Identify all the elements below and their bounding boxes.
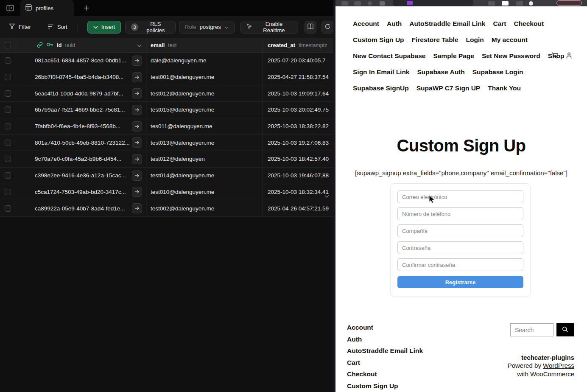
search-button[interactable] (556, 323, 574, 336)
nav-link[interactable]: New Contact Supabase (353, 52, 425, 60)
table-empty-area (0, 217, 333, 392)
nav-link[interactable]: Auth (387, 20, 402, 28)
row-checkbox[interactable] (5, 90, 11, 97)
insert-button[interactable]: Insert (87, 21, 121, 34)
bookmark-star-icon[interactable] (380, 1, 385, 6)
expand-row-button[interactable] (132, 154, 142, 164)
nav-link[interactable]: Sample Page (433, 52, 474, 60)
footer-link[interactable]: Custom Sign Up (347, 380, 423, 392)
enable-realtime-button[interactable]: Enable Realtime (240, 21, 299, 34)
table-row: c398e2ee-9416-4e36-a12a-15cac... test014… (0, 168, 333, 184)
table-row: c5ca1724-7503-49ab-bd20-3417c... test010… (0, 184, 333, 201)
table-row: 26bb7f0f-8745-4ba5-b4da-b3408... test001… (0, 69, 333, 86)
expand-row-button[interactable] (132, 137, 142, 148)
reload-icon[interactable] (368, 1, 372, 6)
back-icon[interactable] (341, 1, 348, 6)
nav-link[interactable]: Sign In Email Link (353, 68, 410, 76)
expand-row-button[interactable] (132, 72, 142, 82)
address-bar[interactable] (393, 0, 473, 6)
nav-link[interactable]: Checkout (514, 20, 544, 28)
footer-link[interactable]: Auth (347, 333, 423, 345)
nav-link[interactable]: Thank You (488, 84, 521, 92)
sort-icon (48, 24, 54, 31)
expand-row-button[interactable] (132, 105, 142, 115)
row-checkbox[interactable] (5, 106, 11, 113)
column-header-id[interactable]: id uuid (16, 38, 146, 52)
sort-button[interactable]: Sort (48, 24, 67, 31)
confirm-password-field[interactable] (397, 258, 523, 271)
filter-icon (9, 23, 15, 31)
search-input[interactable] (510, 323, 553, 336)
extensions-icon[interactable] (516, 1, 523, 6)
row-checkbox[interactable] (5, 172, 11, 179)
row-checkbox[interactable] (5, 57, 11, 64)
forward-icon[interactable] (354, 1, 361, 6)
refresh-button[interactable] (321, 21, 333, 34)
table-row: 6b7b9aa7-f521-46b9-bbe2-75c81... test015… (0, 102, 333, 118)
cart-icon[interactable] (551, 52, 559, 61)
wordpress-link[interactable]: WordPress (543, 362, 574, 369)
row-checkbox[interactable] (5, 189, 11, 195)
nav-link[interactable]: AutoStraddle Email Link (409, 20, 485, 28)
docs-button[interactable] (305, 21, 316, 34)
row-checkbox[interactable] (5, 205, 11, 212)
column-header-email[interactable]: email text (146, 38, 263, 52)
phone-field[interactable] (397, 207, 523, 220)
new-tab-button[interactable] (82, 4, 91, 12)
nav-link[interactable]: Account (353, 20, 379, 28)
woocommerce-link[interactable]: WooCommerce (530, 370, 574, 378)
nav-link[interactable]: SupaWP C7 Sign UP (416, 84, 480, 92)
nav-link[interactable]: Supabase Login (472, 68, 523, 76)
filter-button[interactable]: Filter (9, 23, 31, 31)
row-checkbox[interactable] (5, 140, 11, 146)
expand-row-button[interactable] (132, 121, 142, 132)
footer-link[interactable]: Account (347, 322, 423, 333)
table-icon (25, 4, 32, 12)
expand-row-button[interactable] (132, 56, 142, 66)
sidebar-collapse-icon[interactable] (6, 3, 15, 13)
expand-row-button[interactable] (132, 187, 142, 197)
table-row: ca89922a-05e9-40b7-8ad4-fed1e... test002… (0, 200, 333, 217)
footer-link[interactable]: Checkout (347, 368, 423, 380)
footer-link[interactable]: AutoStraddle Email Link (347, 345, 423, 357)
nav-link[interactable]: Supabase Auth (417, 68, 465, 76)
row-checkbox[interactable] (5, 123, 11, 129)
chevron-down-icon (93, 24, 98, 30)
expand-row-button[interactable] (132, 171, 142, 181)
register-button[interactable]: Registrarse (397, 276, 523, 288)
password-field[interactable] (397, 241, 523, 254)
nav-link[interactable]: Custom Sign Up (353, 36, 404, 44)
account-icon[interactable] (566, 52, 572, 61)
tab-group-icon[interactable] (488, 1, 495, 6)
footer-link[interactable]: Cart (347, 357, 423, 369)
nav-link[interactable]: Cart (493, 20, 506, 28)
company-field[interactable] (397, 224, 523, 237)
record-pill[interactable] (556, 0, 582, 6)
table-toolbar: Filter Sort Insert 3 RLS policies Role p… (0, 16, 333, 38)
row-checkbox[interactable] (5, 74, 11, 80)
column-header-created-at[interactable]: created_at timestamptz (263, 38, 333, 52)
nav-link[interactable]: Firestore Table (412, 36, 458, 44)
profile-icon[interactable] (529, 1, 533, 6)
shortcode-text: [supawp_signup extra_fields="phone,compa… (335, 169, 587, 176)
chevron-down-icon[interactable] (137, 42, 142, 48)
nav-link[interactable]: Set New Password (482, 52, 540, 60)
row-checkbox[interactable] (5, 156, 11, 162)
editor-tabbar: profiles (0, 0, 333, 16)
email-field[interactable] (397, 190, 523, 203)
expand-row-button[interactable] (132, 203, 142, 213)
supabase-table-editor: profiles Filter Sort Insert 3 RL (0, 0, 333, 392)
book-icon (307, 23, 314, 31)
expand-row-button[interactable] (132, 88, 142, 98)
select-all-checkbox[interactable] (5, 42, 11, 48)
rls-policies-button[interactable]: 3 RLS policies (125, 21, 176, 34)
new-window-icon[interactable] (502, 1, 509, 6)
signup-form-card: Registrarse (390, 183, 531, 297)
nav-link[interactable]: My account (492, 36, 528, 44)
nav-link[interactable]: Supabase SignUp (353, 84, 409, 92)
tab-profiles[interactable]: profiles (20, 0, 74, 16)
toolbar-separator (78, 23, 78, 31)
role-selector[interactable]: Role postgres (179, 21, 235, 34)
nav-link[interactable]: Login (466, 36, 484, 44)
table-row: 081ac651-6834-4857-8ced-0bdb1... dale@da… (0, 53, 333, 69)
